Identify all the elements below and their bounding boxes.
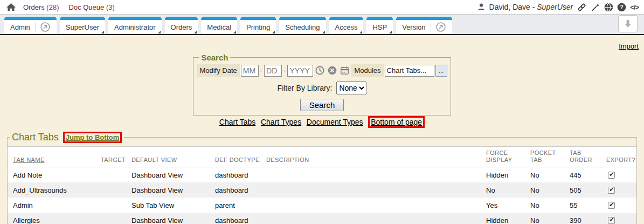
tab-name-cell: Add Note [13, 171, 101, 179]
tab-bar-tabs: AdminSuperUserAdministratorOrdersMedical… [4, 17, 452, 34]
page-content: Import Search Modify Date - - Modules ..… [0, 35, 644, 224]
search-panel: Search Modify Date - - Modules ... Filte… [193, 53, 451, 116]
tab-scheduling[interactable]: Scheduling [279, 17, 326, 34]
search-legend: Search [199, 53, 230, 62]
default-view-cell: Dashboard View [131, 171, 215, 179]
tab-order-cell: 55 [570, 201, 606, 209]
tab-printing[interactable]: Printing [240, 17, 276, 34]
tab-order-cell: 390 [570, 216, 606, 224]
date-yyyy-input[interactable] [287, 65, 313, 77]
tab-name-cell: Admin [13, 201, 101, 209]
force-display-cell: No [486, 186, 530, 194]
tab-administrator[interactable]: Administrator [108, 17, 162, 34]
force-display-cell: Yes [486, 201, 530, 209]
tab-label: Orders [171, 23, 192, 31]
import-link[interactable]: Import [619, 42, 639, 50]
tab-label: Admin [10, 23, 30, 31]
dropdown-corner-icon [389, 31, 392, 33]
chart-tabs-title: Chart Tabs [12, 132, 59, 143]
export-checkbox[interactable] [608, 202, 615, 209]
table-body: Add NoteDashboard ViewdashboardHiddenNo4… [8, 167, 636, 224]
code-icon[interactable]: </> [630, 3, 639, 11]
modify-date-label: Modify Date [197, 64, 239, 77]
tab-superuser[interactable]: SuperUser [60, 17, 105, 34]
export-checkbox[interactable] [608, 172, 615, 179]
search-button[interactable]: Search [300, 99, 344, 111]
help-icon[interactable]: ? [617, 3, 626, 12]
dropdown-corner-icon [194, 31, 197, 33]
globe-icon[interactable] [604, 3, 613, 12]
force-display-cell: Hidden [486, 216, 530, 224]
tab-orders[interactable]: Orders [165, 17, 198, 34]
date-mm-input[interactable] [241, 65, 259, 77]
tab-label: Version [402, 23, 425, 31]
tab-label: Administrator [114, 23, 156, 31]
nav-link-document-types[interactable]: Document Types [307, 118, 363, 126]
tab-order-cell: 445 [570, 171, 606, 179]
tab-medical[interactable]: Medical [201, 17, 237, 34]
user-icon [477, 3, 486, 11]
modules-label: Modules [351, 64, 383, 77]
download-button[interactable] [618, 15, 638, 32]
dropdown-corner-icon [272, 31, 275, 33]
chart-tabs-panel: Chart Tabs Jump to Bottom TAB NAMETARGET… [7, 132, 637, 224]
table-row[interactable]: AdminSub Tab ViewparentYesNo55 [8, 198, 636, 213]
table-header: TAB NAMETARGETDEFAULT VIEWDEF DOCTYPEDES… [8, 147, 636, 167]
tab-hsp[interactable]: HSP [366, 17, 393, 34]
nav-link-chart-tabs[interactable]: Chart Tabs [219, 118, 255, 126]
column-header-pocket-tab: POCKET TAB [530, 150, 570, 164]
tab-strip: AdminSuperUserAdministratorOrdersMedical… [0, 15, 644, 35]
table-row[interactable]: Add NoteDashboard ViewdashboardHiddenNo4… [8, 167, 636, 182]
table-row[interactable]: AllergiesDashboard ViewdashboardHiddenNo… [8, 213, 636, 224]
modules-browse-button[interactable]: ... [435, 65, 447, 77]
table-row[interactable]: Add_UltrasoundsDashboard ViewdashboardNo… [8, 182, 636, 198]
clear-icon[interactable] [328, 66, 337, 75]
tab-order-cell: 505 [570, 186, 606, 194]
svg-text:?: ? [620, 4, 623, 10]
compass-arrow-icon[interactable] [435, 22, 446, 32]
export-cell [606, 217, 636, 224]
date-separator: - [283, 66, 286, 74]
pocket-tab-cell: No [530, 201, 570, 209]
top-bar: Orders (28) Doc Queue (3) David, Dave - … [0, 0, 644, 15]
orders-link[interactable]: Orders (28) [23, 3, 59, 11]
column-header-default-view: DEFAULT VIEW [131, 157, 215, 164]
modules-input[interactable] [385, 65, 434, 77]
tab-access[interactable]: Access [329, 17, 364, 34]
tab-name-cell: Add_Ultrasounds [13, 186, 101, 194]
default-view-cell: Sub Tab View [131, 201, 215, 209]
jump-to-bottom-link[interactable]: Jump to Bottom [63, 132, 122, 143]
tab-version[interactable]: Version [396, 17, 452, 34]
export-checkbox[interactable] [608, 187, 615, 194]
column-header-description: DESCRIPTION [266, 157, 486, 164]
export-checkbox[interactable] [608, 217, 615, 224]
tab-label: Access [335, 23, 358, 31]
tab-label: HSP [372, 23, 387, 31]
column-header-target: TARGET [101, 157, 131, 164]
export-cell [606, 172, 636, 179]
filter-by-library-label: Filter By Library: [278, 84, 333, 92]
calendar-icon[interactable] [340, 66, 349, 75]
nav-link-chart-types[interactable]: Chart Types [261, 118, 301, 126]
compass-arrow-icon[interactable] [40, 22, 51, 32]
pocket-tab-cell: No [530, 216, 570, 224]
wand-icon[interactable] [591, 3, 600, 12]
home-icon[interactable] [6, 3, 16, 11]
tab-admin[interactable]: Admin [4, 17, 57, 34]
user-name: David, Dave - SuperUser [489, 3, 573, 11]
default-view-cell: Dashboard View [131, 216, 215, 224]
clock-icon[interactable] [315, 66, 324, 75]
def-doctype-cell: parent [215, 201, 266, 209]
column-header-tab-name[interactable]: TAB NAME [13, 157, 101, 164]
date-separator: - [260, 66, 262, 74]
doc-queue-link[interactable]: Doc Queue (3) [68, 3, 114, 11]
link-icon[interactable] [577, 3, 587, 12]
library-select[interactable]: None [336, 82, 366, 94]
nav-link-bottom-of-page[interactable]: Bottom of page [368, 116, 425, 128]
chart-tabs-table: TAB NAMETARGETDEFAULT VIEWDEF DOCTYPEDES… [8, 146, 636, 224]
dropdown-corner-icon [359, 31, 362, 33]
dropdown-corner-icon [158, 31, 161, 33]
def-doctype-cell: dashboard [215, 171, 266, 179]
date-dd-input[interactable] [264, 65, 282, 77]
def-doctype-cell: dashboard [215, 216, 266, 224]
